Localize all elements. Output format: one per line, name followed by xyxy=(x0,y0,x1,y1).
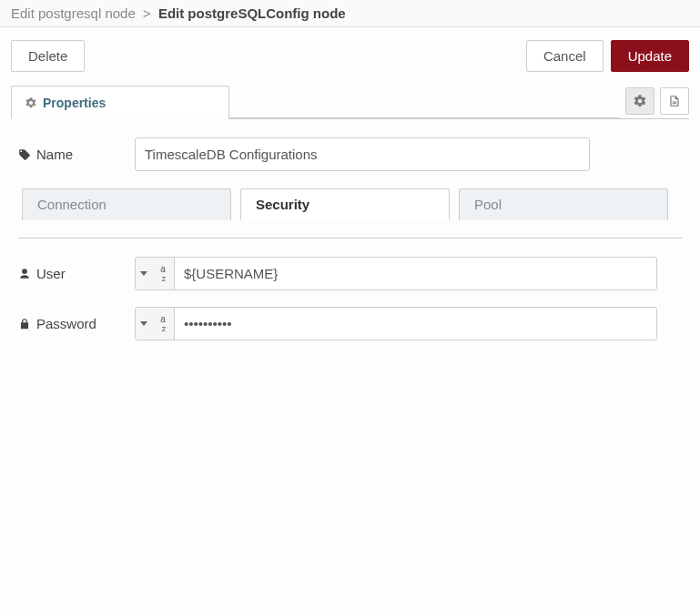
password-typed-input: az xyxy=(135,307,657,340)
name-row: Name xyxy=(18,137,682,171)
tab-security[interactable]: Security xyxy=(240,188,450,220)
tab-pool[interactable]: Pool xyxy=(459,188,668,220)
tab-connection[interactable]: Connection xyxy=(22,188,231,220)
delete-button[interactable]: Delete xyxy=(11,40,85,72)
breadcrumb-parent[interactable]: Edit postgresql node xyxy=(11,5,136,21)
gear-icon xyxy=(25,96,37,109)
name-input[interactable] xyxy=(135,137,590,171)
tab-properties[interactable]: Properties xyxy=(11,86,229,119)
description-toggle-button[interactable] xyxy=(660,87,689,115)
tab-properties-label: Properties xyxy=(43,96,106,110)
sub-tabstrip: Connection Security Pool xyxy=(22,188,682,219)
password-type-selector[interactable]: az xyxy=(136,308,175,340)
cancel-button[interactable]: Cancel xyxy=(526,40,604,72)
string-type-icon: az xyxy=(152,261,174,287)
editor-tabstrip: Properties xyxy=(11,85,689,119)
user-type-selector[interactable]: az xyxy=(136,258,175,289)
settings-toggle-button[interactable] xyxy=(625,87,654,115)
caret-down-icon xyxy=(140,321,147,326)
user-icon xyxy=(18,268,31,280)
password-row: Password az xyxy=(18,307,682,340)
breadcrumb-separator: > xyxy=(143,5,151,21)
breadcrumb-current: Edit postgreSQLConfig node xyxy=(158,5,346,21)
update-button[interactable]: Update xyxy=(611,40,689,72)
password-input[interactable] xyxy=(175,308,656,340)
caret-down-icon xyxy=(140,271,147,276)
password-label: Password xyxy=(18,316,135,331)
user-row: User az xyxy=(18,257,682,290)
string-type-icon: az xyxy=(152,311,174,337)
toolbar: Delete Cancel Update xyxy=(0,27,700,85)
breadcrumb: Edit postgresql node > Edit postgreSQLCo… xyxy=(0,0,700,27)
file-icon xyxy=(668,94,681,108)
user-label: User xyxy=(18,266,135,281)
name-label: Name xyxy=(18,147,135,162)
user-input[interactable] xyxy=(175,258,656,289)
user-typed-input: az xyxy=(135,257,657,290)
lock-icon xyxy=(18,318,31,330)
gear-icon xyxy=(633,94,647,108)
tag-icon xyxy=(18,148,31,161)
